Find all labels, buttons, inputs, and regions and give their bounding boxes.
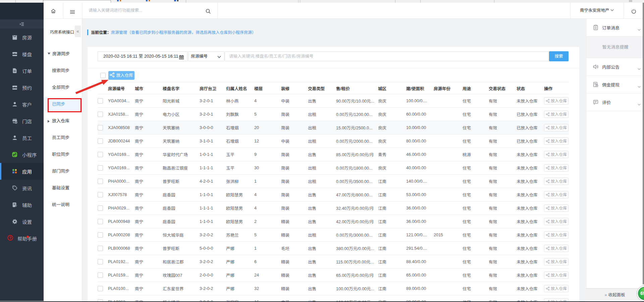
svg-text:?: ? — [9, 236, 11, 240]
